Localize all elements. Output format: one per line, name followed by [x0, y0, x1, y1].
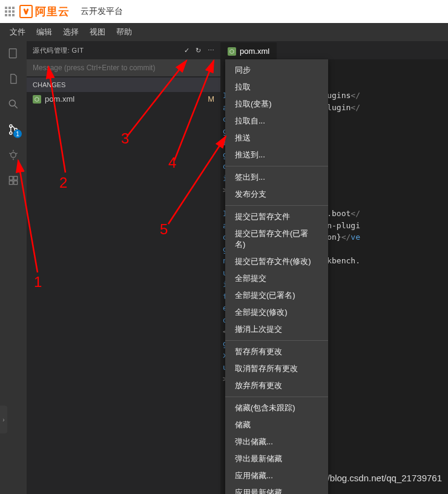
menu-commit-staged-amend[interactable]: 提交已暂存文件(修改) [225, 253, 328, 270]
tab-filename: pom.xml [240, 47, 269, 56]
menu-separator [225, 397, 328, 397]
menu-discard-all[interactable]: 放弃所有更改 [225, 377, 328, 394]
collapse-handle[interactable]: › [0, 406, 7, 433]
changes-header[interactable]: CHANGES [27, 77, 220, 92]
scm-sidebar: 源代码管理: GIT ✓ ↻ ⋯ CHANGES ⬡ pom.xml M [27, 41, 220, 494]
menu-apply-latest[interactable]: 应用最新储藏 [225, 484, 328, 494]
menu-pull-from[interactable]: 拉取自... [225, 113, 328, 130]
file-icon[interactable] [6, 71, 21, 86]
menu-commit-all-amend[interactable]: 全部提交(修改) [225, 304, 328, 321]
apps-icon[interactable] [5, 7, 15, 16]
svg-line-10 [16, 153, 17, 154]
menu-commit-staged[interactable]: 提交已暂存文件 [225, 208, 328, 225]
menu-separator [225, 205, 328, 206]
menu-push[interactable]: 推送 [225, 130, 328, 147]
menu-separator [225, 340, 328, 341]
scm-actions: ✓ ↻ ⋯ [184, 47, 215, 54]
commit-message-input[interactable] [27, 59, 220, 76]
editor-tabs: ⬡ pom.xml [220, 41, 448, 59]
menu-help[interactable]: 帮助 [116, 27, 132, 38]
topbar: 阿里云 云开发平台 [0, 0, 448, 23]
file-status-letter: M [208, 94, 214, 104]
menu-pop-stash[interactable]: 弹出储藏... [225, 433, 328, 450]
platform-name: 云开发平台 [81, 6, 123, 17]
svg-point-4 [10, 132, 12, 134]
menu-separator [225, 166, 328, 166]
scm-title: 源代码管理: GIT [33, 46, 84, 55]
menu-commit-all-signed[interactable]: 全部提交(已署名) [225, 287, 328, 304]
menu-pull[interactable]: 拉取 [225, 79, 328, 96]
svg-point-1 [9, 100, 15, 106]
menu-commit-all[interactable]: 全部提交 [225, 270, 328, 287]
scm-header: 源代码管理: GIT ✓ ↻ ⋯ [27, 41, 220, 59]
source-control-icon[interactable]: 1 [6, 122, 21, 137]
scm-badge: 1 [13, 130, 22, 138]
scm-context-menu: 同步 拉取 拉取(变基) 拉取自... 推送 推送到... 签出到... 发布分… [225, 59, 328, 494]
svg-point-6 [11, 153, 16, 157]
tab-pomxml[interactable]: ⬡ pom.xml [220, 42, 277, 59]
menu-publish-branch[interactable]: 发布分支 [225, 186, 328, 203]
annotation-1: 1 [34, 274, 42, 291]
menu-apply-stash[interactable]: 应用储藏... [225, 467, 328, 484]
changes-label: CHANGES [33, 81, 65, 88]
debug-icon[interactable] [6, 148, 21, 162]
menu-commit-staged-signed[interactable]: 提交已暂存文件(已署名) [225, 225, 328, 253]
brand-icon [19, 5, 33, 18]
svg-rect-13 [9, 181, 13, 185]
menu-unstage-all[interactable]: 取消暂存所有更改 [225, 360, 328, 377]
refresh-icon[interactable]: ↻ [196, 47, 202, 54]
changed-file-row[interactable]: ⬡ pom.xml M [27, 92, 220, 106]
svg-rect-14 [14, 181, 18, 185]
svg-line-2 [15, 106, 18, 108]
menu-stash-untracked[interactable]: 储藏(包含未跟踪) [225, 400, 328, 417]
menu-pop-latest[interactable]: 弹出最新储藏 [225, 450, 328, 467]
menu-undo-last-commit[interactable]: 撤消上次提交 [225, 321, 328, 338]
svg-rect-0 [9, 49, 16, 58]
explorer-icon[interactable] [6, 46, 21, 61]
menu-select[interactable]: 选择 [63, 27, 79, 38]
menu-checkout-to[interactable]: 签出到... [225, 169, 328, 186]
menu-sync[interactable]: 同步 [225, 62, 328, 79]
xml-file-icon: ⬡ [228, 47, 236, 56]
brand-text: 阿里云 [35, 4, 70, 19]
svg-rect-11 [9, 176, 13, 180]
annotation-4: 4 [168, 154, 176, 171]
commit-check-icon[interactable]: ✓ [184, 47, 190, 54]
extensions-icon[interactable] [6, 173, 21, 188]
annotation-2: 2 [59, 174, 67, 191]
menubar: 文件 编辑 选择 视图 帮助 [0, 23, 448, 41]
svg-point-3 [10, 125, 12, 127]
menu-file[interactable]: 文件 [10, 27, 25, 38]
menu-stash[interactable]: 储藏 [225, 417, 328, 433]
main-area: 1 源代码管理: GIT ✓ ↻ ⋯ CHANGES ⬡ pom.xml M ⬡ [0, 41, 448, 494]
annotation-3: 3 [121, 130, 129, 147]
svg-line-9 [9, 153, 11, 154]
menu-pull-rebase[interactable]: 拉取(变基) [225, 96, 328, 113]
menu-view[interactable]: 视图 [90, 27, 105, 38]
menu-stage-all[interactable]: 暂存所有更改 [225, 343, 328, 360]
menu-push-to[interactable]: 推送到... [225, 147, 328, 163]
svg-rect-12 [14, 176, 18, 180]
menu-edit[interactable]: 编辑 [36, 27, 52, 38]
brand-logo[interactable]: 阿里云 [19, 4, 70, 19]
changed-file-name: pom.xml [45, 94, 74, 104]
search-icon[interactable] [6, 97, 21, 111]
annotation-5: 5 [160, 221, 168, 238]
more-actions-icon[interactable]: ⋯ [208, 47, 215, 54]
xml-file-icon: ⬡ [33, 95, 41, 104]
